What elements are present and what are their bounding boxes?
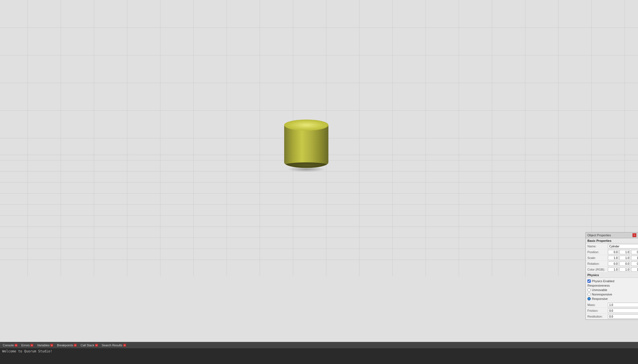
tab-console[interactable]: Console × <box>1 343 19 347</box>
tab-close-5[interactable]: × <box>123 344 126 347</box>
scale-row: Scale: <box>586 255 638 261</box>
unmovable-label: Unmovable <box>592 288 607 292</box>
tab-close-4[interactable]: × <box>95 344 98 347</box>
tab-call-stack[interactable]: Call Stack × <box>79 343 100 347</box>
bottom-panel: Console ×Errors ×Variables ×Breakpoints … <box>0 342 638 364</box>
tab-close-2[interactable]: × <box>50 344 53 347</box>
name-row: Name: <box>586 243 638 249</box>
responsiveness-label: Responsiveness <box>587 284 610 287</box>
tab-search-results[interactable]: Search Results × <box>100 343 128 347</box>
scale-x-input[interactable] <box>608 256 618 260</box>
position-row: Position: <box>586 249 638 255</box>
restitution-label: Restitution: <box>587 315 607 318</box>
position-z-input[interactable] <box>631 250 638 254</box>
name-label: Name: <box>587 245 607 248</box>
unmovable-row: Unmovable <box>587 288 636 292</box>
nonresponsive-radio[interactable] <box>587 293 591 296</box>
restitution-input[interactable] <box>608 314 638 319</box>
physics-section-title: Physics <box>586 273 638 278</box>
physics-enabled-checkbox[interactable] <box>587 279 591 283</box>
color-b-input[interactable] <box>631 267 638 272</box>
tab-errors[interactable]: Errors × <box>20 343 35 347</box>
properties-panel: Object Properties × Basic Properties Nam… <box>585 232 638 320</box>
color-row: Color (RGB): <box>586 267 638 273</box>
friction-input[interactable] <box>608 308 638 313</box>
rotation-label: Rotation: <box>587 262 607 265</box>
physics-enabled-label: Physics Enabled <box>592 279 614 283</box>
color-label: Color (RGB): <box>587 268 607 271</box>
rotation-x-input[interactable] <box>608 261 618 266</box>
cylinder-top <box>284 119 328 130</box>
physics-section: Physics Enabled Responsiveness Unmovable… <box>586 278 638 302</box>
console-output: Welcome to Quorum Studio! <box>0 348 638 364</box>
viewport[interactable]: Object Properties × Basic Properties Nam… <box>0 0 638 342</box>
responsive-row: Responsive <box>587 297 636 301</box>
color-r-input[interactable] <box>608 267 618 272</box>
position-label: Position: <box>587 250 607 254</box>
tab-close-1[interactable]: × <box>30 344 33 347</box>
scale-z-input[interactable] <box>631 256 638 260</box>
rotation-y-input[interactable] <box>619 261 630 266</box>
friction-label: Friction: <box>587 309 607 312</box>
properties-close-button[interactable]: × <box>632 233 636 237</box>
color-g-input[interactable] <box>619 267 630 272</box>
mass-row: Mass: <box>586 302 638 308</box>
position-y-input[interactable] <box>619 250 630 254</box>
scale-label: Scale: <box>587 256 607 260</box>
responsiveness-label-row: Responsiveness <box>587 283 636 288</box>
basic-properties-section: Basic Properties <box>586 238 638 243</box>
responsive-label: Responsive <box>592 297 608 300</box>
mass-label: Mass: <box>587 303 607 307</box>
tab-breakpoints[interactable]: Breakpoints × <box>55 343 78 347</box>
tab-close-3[interactable]: × <box>74 344 77 347</box>
friction-row: Friction: <box>586 308 638 314</box>
responsive-radio[interactable] <box>587 297 591 300</box>
rotation-row: Rotation: <box>586 261 638 267</box>
cylinder-object[interactable] <box>284 119 328 168</box>
nonresponsive-label: Nonresponsive <box>592 293 612 296</box>
rotation-z-input[interactable] <box>631 261 638 266</box>
physics-enabled-row: Physics Enabled <box>587 279 636 283</box>
restitution-row: Restitution: <box>586 314 638 320</box>
position-x-input[interactable] <box>608 250 618 254</box>
mass-input[interactable] <box>608 303 638 307</box>
properties-header: Object Properties × <box>586 232 638 238</box>
console-message: Welcome to Quorum Studio! <box>2 349 52 353</box>
tabs-bar: Console ×Errors ×Variables ×Breakpoints … <box>0 342 638 348</box>
nonresponsive-row: Nonresponsive <box>587 292 636 297</box>
cylinder-body <box>284 125 328 168</box>
tab-variables[interactable]: Variables × <box>35 343 55 347</box>
name-input[interactable] <box>608 244 638 248</box>
scale-y-input[interactable] <box>619 256 630 260</box>
properties-panel-title: Object Properties <box>587 234 611 237</box>
tab-close-0[interactable]: × <box>15 344 17 347</box>
unmovable-radio[interactable] <box>587 288 591 292</box>
